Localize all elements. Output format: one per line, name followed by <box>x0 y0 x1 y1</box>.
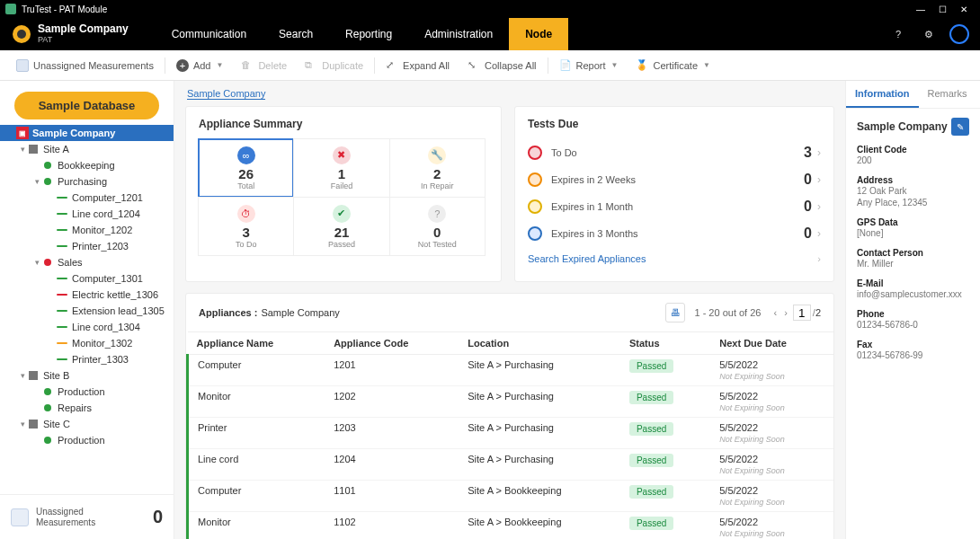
appliance-icon <box>56 337 68 349</box>
info-field: GPS Data[None] <box>857 217 969 239</box>
tree-node[interactable]: Computer_1301 <box>0 270 174 287</box>
add-button[interactable]: + Add▼ <box>167 50 233 80</box>
tree-arrow-icon: ▾ <box>18 145 27 154</box>
table-row[interactable]: Monitor1102Site A > BookkeepingPassed5/5… <box>188 512 834 540</box>
collapse-all-button[interactable]: ⤡ Collapse All <box>459 50 545 80</box>
expand-all-button[interactable]: ⤢ Expand All <box>377 50 459 80</box>
tree-node[interactable]: Production <box>0 432 174 448</box>
nav-node[interactable]: Node <box>509 18 568 50</box>
user-avatar[interactable] <box>949 24 969 44</box>
column-header[interactable]: Status <box>620 332 710 355</box>
table-row[interactable]: Line cord1204Site A > PurchasingPassed5/… <box>188 449 834 481</box>
info-title: Sample Company <box>857 120 948 133</box>
company-header[interactable]: Sample Company PAT <box>38 23 129 44</box>
company-sub: PAT <box>38 36 129 45</box>
tree-node[interactable]: ▾Purchasing <box>0 173 174 190</box>
column-header[interactable]: Appliance Name <box>188 332 325 355</box>
page-next[interactable]: › <box>780 307 791 318</box>
chevron-right-icon: › <box>817 173 821 186</box>
main-panel: Sample Company Appliance Summary ∞26Tota… <box>174 81 845 539</box>
summary-cell-failed[interactable]: ✖1Failed <box>293 138 389 198</box>
print-button[interactable]: 🖶 <box>665 303 685 323</box>
tab-information[interactable]: Information <box>846 81 919 108</box>
column-header[interactable]: Appliance Code <box>325 332 459 355</box>
summary-cell-passed[interactable]: ✔21Passed <box>293 197 389 256</box>
database-button[interactable]: Sample Database <box>14 92 159 119</box>
tree-node[interactable]: ▾Sales <box>0 254 174 270</box>
minimize-button[interactable]: — <box>910 4 931 14</box>
status-badge: Passed <box>629 454 673 467</box>
summary-cell-to-do[interactable]: ⏱3To Do <box>198 197 294 256</box>
unassigned-box-icon <box>11 508 29 526</box>
status-dot-icon <box>528 146 542 160</box>
tests-due-row[interactable]: To Do3› <box>528 139 821 166</box>
breadcrumb-link[interactable]: Sample Company <box>187 88 265 100</box>
tree-node[interactable]: Printer_1203 <box>0 238 174 254</box>
table-row[interactable]: Computer1101Site A > BookkeepingPassed5/… <box>188 481 834 512</box>
tab-remarks[interactable]: Remarks <box>919 81 976 108</box>
tests-due-row[interactable]: Expires in 2 Weeks0› <box>528 166 821 193</box>
nav-search[interactable]: Search <box>263 18 329 50</box>
tests-due-card: Tests Due To Do3›Expires in 2 Weeks0›Exp… <box>514 106 834 282</box>
page-input[interactable] <box>793 305 811 321</box>
info-field: Phone01234-56786-0 <box>857 309 969 331</box>
building-icon <box>27 143 40 155</box>
tree-node[interactable]: Line cord_1304 <box>0 319 174 335</box>
tree-node[interactable]: Production <box>0 384 174 400</box>
tree-node[interactable]: Printer_1303 <box>0 351 174 367</box>
tree-node[interactable]: ▾Site C <box>0 416 174 432</box>
location-pin-icon <box>41 159 54 172</box>
unassigned-measurements-button[interactable]: Unassigned Measurements <box>7 50 163 80</box>
unassigned-box[interactable]: Unassigned Measurements 0 <box>0 494 174 539</box>
tree-node[interactable]: Electric kettle_1306 <box>0 287 174 303</box>
info-field: Contact PersonMr. Miller <box>857 248 969 270</box>
settings-icon[interactable]: ⚙ <box>921 26 937 42</box>
tree-node[interactable]: Monitor_1202 <box>0 222 174 238</box>
page-prev[interactable]: ‹ <box>770 307 780 318</box>
summary-cell-in-repair[interactable]: 🔧2In Repair <box>389 138 486 198</box>
delete-button[interactable]: 🗑 Delete <box>232 50 296 80</box>
edit-button[interactable]: ✎ <box>951 118 969 136</box>
report-button[interactable]: 📄 Report▼ <box>550 50 628 80</box>
appliance-summary-card: Appliance Summary ∞26Total✖1Failed🔧2In R… <box>185 106 502 282</box>
summary-cell-total[interactable]: ∞26Total <box>198 138 294 198</box>
certificate-button[interactable]: 🏅 Certificate▼ <box>627 50 718 80</box>
status-badge: Passed <box>629 517 673 530</box>
appliances-table: Appliance NameAppliance CodeLocationStat… <box>186 331 833 539</box>
table-row[interactable]: Computer1201Site A > PurchasingPassed5/5… <box>188 355 834 386</box>
help-icon[interactable]: ? <box>890 26 906 42</box>
tree-node[interactable]: Computer_1201 <box>0 190 174 206</box>
nav-reporting[interactable]: Reporting <box>329 18 408 50</box>
chevron-right-icon: › <box>817 146 821 159</box>
nav-communication[interactable]: Communication <box>156 18 263 50</box>
search-expired-link[interactable]: Search Expired Appliances › <box>528 247 821 270</box>
status-dot-icon <box>528 199 542 214</box>
tests-due-row[interactable]: Expires in 3 Months0› <box>528 220 821 247</box>
collapse-icon: ⤡ <box>468 59 480 72</box>
building-icon <box>27 369 40 382</box>
chevron-right-icon: › <box>817 253 821 264</box>
tree-node[interactable]: ▾Site A <box>0 141 174 157</box>
column-header[interactable]: Location <box>459 332 620 355</box>
tree-node[interactable]: Repairs <box>0 400 174 416</box>
tree-node[interactable]: ▣Sample Company <box>0 125 174 141</box>
tree-node[interactable]: Line cord_1204 <box>0 206 174 222</box>
info-field: Fax01234-56786-99 <box>857 340 969 361</box>
table-row[interactable]: Monitor1202Site A > PurchasingPassed5/5/… <box>188 386 834 418</box>
tree-node[interactable]: Extension lead_1305 <box>0 303 174 319</box>
tree-node[interactable]: ▾Site B <box>0 367 174 384</box>
tree-node[interactable]: Bookkeeping <box>0 157 174 173</box>
nav-administration[interactable]: Administration <box>408 18 509 50</box>
column-header[interactable]: Next Due Date <box>710 332 833 355</box>
maximize-button[interactable]: ☐ <box>931 4 953 14</box>
appliance-icon <box>56 191 68 204</box>
tests-due-row[interactable]: Expires in 1 Month0› <box>528 193 821 220</box>
location-pin-icon <box>41 256 54 269</box>
appliance-icon <box>56 240 68 252</box>
table-row[interactable]: Printer1203Site A > PurchasingPassed5/5/… <box>188 418 834 449</box>
summary-cell-not-tested[interactable]: ?0Not Tested <box>389 197 486 256</box>
close-button[interactable]: ✕ <box>953 4 975 14</box>
duplicate-button[interactable]: ⧉ Duplicate <box>296 50 372 80</box>
status-dot-icon <box>528 172 542 187</box>
tree-node[interactable]: Monitor_1302 <box>0 335 174 351</box>
